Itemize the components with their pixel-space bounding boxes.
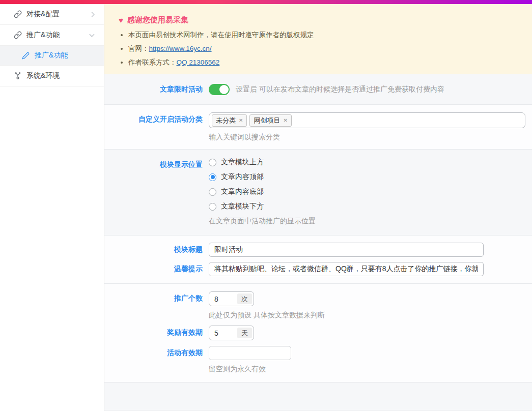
position-option-label: 文章内容底部 — [221, 187, 264, 196]
sidebar-item-promotion-functions[interactable]: 推广&功能 — [0, 25, 104, 46]
field-label-position: 模块显示位置 — [104, 158, 203, 169]
position-option-label: 文章模块下方 — [221, 202, 264, 211]
remove-tag-icon[interactable]: ✕ — [283, 118, 287, 123]
section-position: 模块显示位置 文章模块上方 文章内容顶部 文章内容底部 — [104, 150, 532, 236]
position-radio[interactable] — [209, 188, 216, 196]
section-empty — [104, 383, 532, 410]
tag-label: 网创项目 — [254, 116, 280, 125]
field-label-category: 自定义开启活动分类 — [104, 112, 203, 124]
chevron-right-icon — [90, 12, 95, 17]
notice-list: 本页面由易创技术网制作，请在使用时遵守原作者的版权规定 官网：https://w… — [120, 31, 518, 67]
tip-input[interactable] — [209, 262, 484, 276]
sidebar-subitem-label: 推广&功能 — [35, 51, 68, 60]
category-tag: 网创项目 ✕ — [249, 114, 291, 127]
promo-count-input[interactable] — [209, 292, 236, 306]
tag-label: 未分类 — [216, 116, 236, 125]
remove-tag-icon[interactable]: ✕ — [239, 118, 243, 123]
field-label-reward-period: 奖励有效期 — [104, 326, 203, 337]
reward-period-input[interactable] — [209, 326, 236, 340]
sidebar-subitem-promotion-functions[interactable]: 推广&功能 — [0, 46, 104, 66]
qq-contact-link[interactable]: QQ 21306562 — [177, 58, 220, 66]
field-label-tip: 温馨提示 — [104, 262, 203, 274]
notice-title: ♥ 感谢您使用易采集 — [119, 15, 518, 25]
activity-period-input[interactable] — [209, 346, 291, 360]
toggle-knob — [219, 85, 229, 94]
branch-icon — [13, 72, 22, 80]
notice-item: 官网：https://www.16yc.cn/ — [128, 44, 518, 53]
field-label-promo-count: 推广个数 — [104, 291, 203, 303]
position-help: 在文章页面中活动推广的显示位置 — [209, 217, 532, 226]
sidebar-item-label: 系统&环境 — [26, 71, 60, 80]
official-site-link[interactable]: https://www.16yc.cn/ — [149, 45, 212, 52]
field-label-limited-activity: 文章限时活动 — [104, 85, 203, 94]
reward-period-input-group: 天 — [209, 326, 254, 340]
notice-item-prefix: 作者联系方式： — [128, 58, 177, 66]
module-title-input[interactable] — [209, 243, 484, 257]
activity-period-help: 留空则为永久有效 — [209, 365, 532, 374]
section-limited-activity: 文章限时活动 设置后 可以在发布文章的时候选择是否通过推广免费获取付费内容 — [104, 74, 532, 105]
sidebar-item-system-environment[interactable]: 系统&环境 — [0, 66, 104, 86]
promo-count-help: 此处仅为预设 具体按文章数据来判断 — [209, 311, 532, 320]
sidebar: 对接&配置 推广&功能 推广&功能 系统&环境 — [0, 4, 104, 411]
notice-item-prefix: 官网： — [128, 45, 149, 52]
main-content: ♥ 感谢您使用易采集 本页面由易创技术网制作，请在使用时遵守原作者的版权规定 官… — [104, 4, 532, 411]
notice-panel: ♥ 感谢您使用易采集 本页面由易创技术网制作，请在使用时遵守原作者的版权规定 官… — [104, 4, 532, 74]
notice-item: 本页面由易创技术网制作，请在使用时遵守原作者的版权规定 — [128, 31, 518, 40]
unit-addon-days: 天 — [237, 328, 252, 338]
wand-icon — [21, 51, 30, 60]
sidebar-item-label: 推广&功能 — [26, 31, 60, 40]
position-radio[interactable] — [209, 203, 216, 211]
unit-addon-times: 次 — [237, 293, 252, 304]
chevron-down-icon — [90, 32, 95, 37]
category-tags-input[interactable]: 未分类 ✕ 网创项目 ✕ — [209, 112, 525, 128]
top-gradient-bar — [0, 0, 532, 4]
position-option-label: 文章内容顶部 — [221, 172, 264, 182]
category-tag: 未分类 ✕ — [212, 114, 247, 127]
category-help: 输入关键词以搜索分类 — [209, 133, 532, 142]
notice-title-text: 感谢您使用易采集 — [127, 15, 188, 25]
position-radio[interactable] — [209, 173, 216, 181]
position-option[interactable]: 文章模块下方 — [209, 202, 532, 211]
field-label-activity-period: 活动有效期 — [104, 346, 203, 358]
position-option[interactable]: 文章内容底部 — [209, 187, 532, 196]
limited-activity-help: 设置后 可以在发布文章的时候选择是否通过推广免费获取付费内容 — [236, 85, 444, 94]
position-option-label: 文章模块上方 — [221, 158, 264, 167]
sidebar-item-docking-config[interactable]: 对接&配置 — [0, 4, 104, 25]
position-option[interactable]: 文章模块上方 — [209, 158, 532, 167]
link-icon — [13, 31, 22, 40]
link-icon — [13, 10, 22, 19]
position-option[interactable]: 文章内容顶部 — [209, 172, 532, 182]
section-category: 自定义开启活动分类 未分类 ✕ 网创项目 ✕ 输入关键 — [104, 105, 532, 150]
section-promo-settings: 推广个数 次 此处仅为预设 具体按文章数据来判断 奖励有效期 — [104, 284, 532, 383]
promo-count-input-group: 次 — [209, 291, 254, 306]
sidebar-item-label: 对接&配置 — [26, 10, 60, 19]
section-module-text: 模块标题 温馨提示 — [104, 236, 532, 284]
notice-item: 作者联系方式：QQ 21306562 — [128, 58, 518, 67]
settings-form: 文章限时活动 设置后 可以在发布文章的时候选择是否通过推广免费获取付费内容 自定… — [104, 74, 532, 411]
field-label-module-title: 模块标题 — [104, 243, 203, 254]
heart-icon: ♥ — [119, 16, 123, 24]
position-radio[interactable] — [209, 159, 216, 166]
limited-activity-toggle[interactable] — [209, 84, 230, 95]
notice-item-text: 本页面由易创技术网制作，请在使用时遵守原作者的版权规定 — [128, 31, 314, 39]
